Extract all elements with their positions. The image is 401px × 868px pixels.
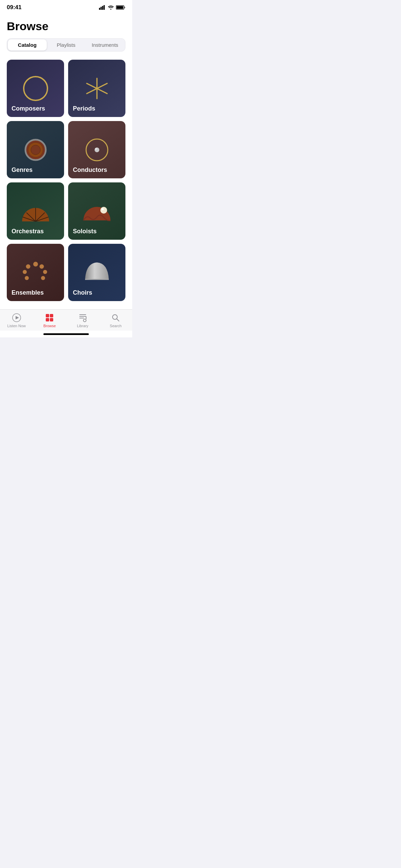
svg-point-30 (25, 276, 29, 280)
scroll-area[interactable]: Browse Catalog Playlists Instruments Com… (0, 13, 132, 309)
genres-label: Genres (12, 166, 33, 174)
orchestras-icon (19, 196, 53, 226)
svg-rect-1 (101, 7, 102, 10)
svg-rect-37 (50, 318, 53, 321)
battery-icon (116, 5, 125, 10)
svg-point-13 (31, 145, 40, 155)
svg-rect-34 (46, 314, 49, 317)
svg-point-28 (26, 264, 30, 269)
ensembles-icon (19, 256, 53, 290)
ensembles-card[interactable]: Ensembles (7, 244, 64, 301)
composers-card[interactable]: Composers (7, 60, 64, 117)
svg-point-26 (43, 270, 47, 274)
tab-search-label: Search (110, 324, 122, 328)
svg-point-24 (33, 262, 38, 267)
tab-listen-now-label: Listen Now (7, 324, 26, 328)
orchestras-card[interactable]: Orchestras (7, 182, 64, 240)
svg-point-23 (102, 208, 104, 210)
browse-grid: Composers Periods (7, 60, 125, 309)
tab-browse[interactable]: Browse (38, 313, 61, 328)
genres-icon (19, 133, 53, 167)
svg-rect-2 (102, 6, 103, 10)
genres-card[interactable]: Genres (7, 121, 64, 178)
svg-marker-33 (16, 316, 19, 319)
home-indicator (0, 331, 132, 337)
svg-rect-38 (79, 314, 86, 315)
choirs-label: Choirs (73, 289, 92, 296)
choirs-icon (80, 259, 114, 286)
soloists-card[interactable]: Soloists (68, 182, 125, 240)
svg-rect-39 (79, 316, 86, 317)
ensembles-label: Ensembles (12, 289, 44, 296)
status-time: 09:41 (7, 4, 21, 11)
svg-rect-0 (99, 8, 100, 10)
main-content: Browse Catalog Playlists Instruments Com… (0, 20, 132, 309)
svg-rect-5 (117, 6, 123, 9)
conductors-icon (80, 133, 114, 167)
svg-point-16 (95, 148, 97, 150)
grid-icon (45, 313, 54, 322)
segment-playlists[interactable]: Playlists (47, 39, 86, 51)
svg-point-29 (23, 270, 27, 274)
composers-icon (19, 72, 53, 105)
choirs-card[interactable]: Choirs (68, 244, 125, 301)
periods-label: Periods (73, 105, 95, 112)
wifi-icon (108, 5, 114, 10)
svg-line-44 (117, 319, 119, 321)
svg-point-15 (95, 147, 99, 152)
svg-point-22 (100, 207, 107, 214)
tab-listen-now[interactable]: Listen Now (5, 313, 28, 328)
svg-rect-3 (104, 5, 105, 10)
svg-rect-35 (50, 314, 53, 317)
search-icon (111, 313, 120, 322)
svg-rect-36 (46, 318, 49, 321)
tab-search[interactable]: Search (104, 313, 127, 328)
segment-instruments[interactable]: Instruments (85, 39, 124, 51)
periods-card[interactable]: Periods (68, 60, 125, 117)
home-bar (43, 333, 89, 335)
composers-label: Composers (12, 105, 45, 112)
segment-catalog[interactable]: Catalog (8, 39, 47, 51)
segment-control: Catalog Playlists Instruments (7, 38, 125, 52)
svg-rect-40 (79, 318, 84, 318)
tab-library[interactable]: Library (71, 313, 95, 328)
soloists-label: Soloists (73, 228, 97, 235)
signal-icon (99, 5, 106, 10)
play-icon (12, 313, 21, 322)
soloists-icon (78, 196, 116, 226)
svg-point-25 (39, 264, 44, 269)
tab-browse-label: Browse (43, 324, 56, 328)
periods-icon (80, 72, 114, 105)
status-icons (99, 5, 125, 10)
conductors-label: Conductors (73, 166, 107, 174)
page-title: Browse (7, 20, 125, 33)
tab-library-label: Library (77, 324, 88, 328)
svg-point-27 (41, 276, 45, 280)
music-note-icon (78, 313, 87, 322)
status-bar: 09:41 (0, 0, 132, 13)
conductors-card[interactable]: Conductors (68, 121, 125, 178)
tab-bar: Listen Now Browse Library (0, 309, 132, 331)
svg-point-6 (24, 77, 47, 100)
orchestras-label: Orchestras (12, 228, 44, 235)
svg-point-41 (83, 319, 86, 322)
